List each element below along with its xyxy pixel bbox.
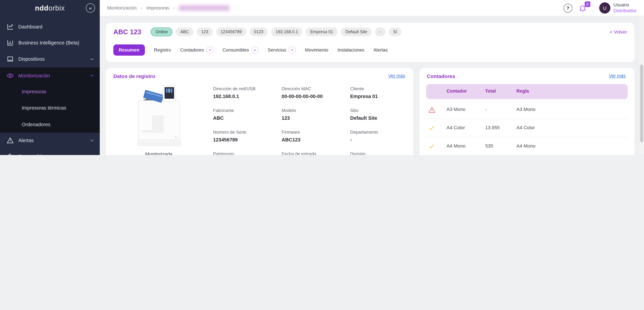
registro-title: Datos de registro [113,73,155,79]
breadcrumb-separator: › [174,6,175,10]
logo-orbix: orbix [48,4,65,12]
breadcrumb-current-redacted [179,5,230,11]
datos-registro-card: Datos de registro Ver más [106,68,413,155]
chevron-down-icon [90,138,94,143]
back-link[interactable]: < Volver [610,29,627,34]
chip-ip: 192.168.0.1 [271,28,302,36]
main-content: ABC 123 Online ABC 123 123456789 0123 19… [100,16,644,155]
chip-sitio: Default Site [341,28,372,36]
user-role: Distribuidor [613,8,636,14]
field-patrimonio: Patrimonio0123 [213,151,282,155]
sidebar-subitem-impresoras[interactable]: Impresoras [0,84,100,100]
bar-chart-icon [6,39,14,47]
tab-alertas[interactable]: Alertas [374,48,388,52]
device-tabs: Resumen Registro Contadores Consumibles … [113,44,388,56]
field-numero-serie: Número de Serie123456789 [213,130,282,151]
warning-triangle-icon [6,136,14,144]
logo-ndd: ndd [35,4,48,12]
contadores-row: A4 Color13.955A4 Color [426,119,628,137]
sidebar-item-business-intelligence[interactable]: Business Intelligence (Beta) [0,34,100,51]
chip-si: Sí [389,28,402,36]
field-firmware: FirmwareABC123 [282,130,350,151]
avatar: U [599,2,610,14]
check-icon [428,124,435,131]
app-window: nddorbix « Dashboard Business Intelligen… [0,0,644,155]
chevron-up-icon [90,73,94,78]
breadcrumb-separator: › [141,6,142,10]
field-modelo: Modelo123 [282,108,350,130]
field-division: DivisiónBrasil [350,151,419,155]
field-sitio: SitioDefault Site [350,108,419,130]
warning-icon [428,106,436,114]
contadores-ver-mas-link[interactable]: Ver más [609,73,626,78]
help-icon[interactable]: ? [564,4,572,12]
col-total: Total [485,88,496,94]
brand-logo: nddorbix « [0,0,100,16]
sidebar-item-consumibles[interactable]: Consumibles [0,148,100,155]
chevron-down-icon[interactable] [206,46,214,54]
sidebar: nddorbix « Dashboard Business Intelligen… [0,0,100,155]
field-departamento: Departamento- [350,130,419,151]
printer-image [130,83,188,149]
device-chips: Online ABC 123 123456789 0123 192.168.0.… [151,28,402,36]
chip-modelo: 123 [197,28,213,36]
vertical-scrollbar[interactable] [639,16,644,155]
chip-dash: - [375,28,385,36]
status-chip-online: Online [151,28,172,36]
tab-registro[interactable]: Registro [154,48,171,52]
sidebar-subitem-impresoras-termicas[interactable]: Impresoras térmicas [0,100,100,116]
sidebar-subitem-ordenadores[interactable]: Ordenadores [0,116,100,132]
device-title: ABC 123 [113,28,141,36]
col-contador: Contador [446,88,467,94]
tab-consumibles[interactable]: Consumibles [222,46,258,54]
field-fecha-entrada: Fecha de entrada12/01/2024 14:41 [282,151,350,155]
tab-movimiento[interactable]: Movimiento [305,48,328,52]
chip-patrimonio: 0123 [250,28,268,36]
col-regla: Regla [516,88,529,94]
paint-bucket-icon [6,152,14,155]
laptop-icon [6,55,14,63]
sidebar-item-dispositivos[interactable]: Dispositivos [0,51,100,67]
device-header-card: ABC 123 Online ABC 123 123456789 0123 19… [106,23,634,62]
notification-badge: 3 [584,1,590,7]
contadores-rows: A3 Mono-A3 Mono A4 Color13.955A4 Color A… [426,101,628,155]
registro-ver-mas-link[interactable]: Ver más [388,73,405,78]
field-direccion-mac: Dirección MAC00-00-00-00-00-00 [282,86,350,108]
user-menu[interactable]: U Usuario Distribuidor [599,2,636,14]
field-direccion-red: Dirección de red/USB192.168.0.1 [213,86,282,108]
tab-resumen[interactable]: Resumen [113,44,145,56]
chevron-down-icon [90,154,94,155]
user-name: Usuario [613,2,636,8]
contadores-row: A3 Mono-A3 Mono [426,101,628,119]
scrollbar-thumb[interactable] [640,64,643,142]
sidebar-item-monitorizacion[interactable]: Monitorización [0,68,100,84]
sidebar-item-dashboard[interactable]: Dashboard [0,19,100,35]
chevron-down-icon [90,57,94,62]
topbar-actions: ? 3 U Usuario Distribuidor [564,2,636,14]
sidebar-collapse-icon[interactable]: « [86,4,95,12]
chevron-down-icon[interactable] [252,46,258,54]
breadcrumb-monitorizacion[interactable]: Monitorización [107,6,137,10]
check-icon [428,143,435,150]
eye-icon [6,72,14,80]
sidebar-item-alertas[interactable]: Alertas [0,132,100,148]
dashboard-icon [6,23,14,31]
contadores-card: Contadores Ver más Contador Total Regla … [420,68,634,155]
chip-serial: 123456789 [216,28,246,36]
notifications-button[interactable]: 3 [578,4,586,12]
tab-instalaciones[interactable]: Instalaciones [338,48,364,52]
field-cliente: ClienteEmpresa 01 [350,86,419,108]
contadores-title: Contadores [427,73,455,79]
tab-servicios[interactable]: Servicios [268,46,296,54]
contadores-table-header: Contador Total Regla [426,84,628,99]
chip-fabricante: ABC [176,28,194,36]
topbar: Monitorización › Impresoras › ? 3 U Usua… [100,0,644,16]
chip-cliente: Empresa 01 [306,28,338,36]
field-fabricante: FabricanteABC [213,108,282,130]
chevron-down-icon[interactable] [288,46,296,54]
tab-contadores[interactable]: Contadores [180,46,214,54]
printer-visual: Monitorizada Red Última lectura: 22/10/2… [130,83,188,155]
breadcrumb-impresoras[interactable]: Impresoras [146,6,169,10]
topbar-divider [592,3,593,13]
contadores-row: A4 Mono535A4 Mono [426,137,628,155]
